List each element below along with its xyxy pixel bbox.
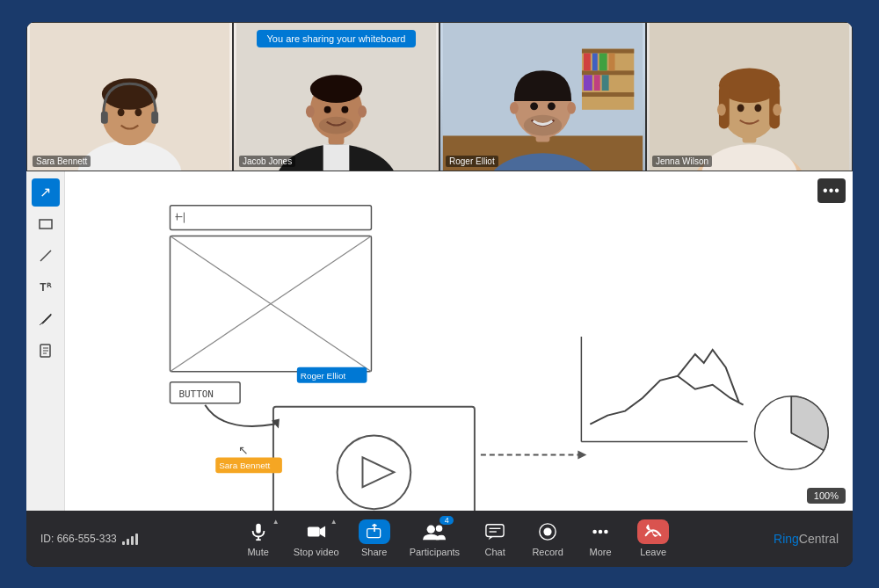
mute-chevron: ▲ xyxy=(272,518,280,526)
rect-icon xyxy=(39,217,53,231)
svg-point-50 xyxy=(773,103,781,115)
svg-rect-102 xyxy=(308,527,320,537)
svg-text:Sara Bennett: Sara Bennett xyxy=(219,461,270,470)
participant-video-3 xyxy=(440,23,645,171)
sharing-banner: You are sharing your whiteboard xyxy=(257,30,417,47)
participant-video-1 xyxy=(27,23,232,171)
signal-icon xyxy=(122,533,138,545)
participant-name-3: Roger Elliot xyxy=(446,156,498,167)
svg-point-17 xyxy=(324,105,331,113)
svg-point-19 xyxy=(319,116,354,134)
record-button[interactable]: Record xyxy=(523,516,572,561)
svg-point-18 xyxy=(341,105,348,113)
participants-strip: Sara Bennett xyxy=(26,22,853,171)
svg-rect-30 xyxy=(594,75,600,91)
svg-rect-99 xyxy=(256,524,261,534)
svg-point-107 xyxy=(436,526,442,532)
stop-video-button[interactable]: ▲ Stop video xyxy=(287,516,346,561)
leave-label: Leave xyxy=(640,547,666,557)
share-button[interactable]: Share xyxy=(350,516,399,561)
svg-rect-29 xyxy=(584,75,592,91)
chat-icon xyxy=(485,523,505,541)
svg-point-113 xyxy=(592,530,597,534)
participant-name-4: Jenna Wilson xyxy=(652,156,712,167)
more-dots: ••• xyxy=(823,183,840,199)
svg-rect-22 xyxy=(582,48,634,53)
whiteboard-svg: Roger Elliot BUTTON Sara Bennett xyxy=(65,171,853,511)
share-icon-wrap xyxy=(359,519,390,544)
svg-text:↖: ↖ xyxy=(238,443,249,457)
tool-text[interactable]: Tᴿ xyxy=(32,273,60,301)
more-options-button[interactable]: ••• xyxy=(817,178,846,203)
tool-rect[interactable] xyxy=(32,210,60,238)
doc-icon xyxy=(39,344,53,358)
svg-rect-28 xyxy=(609,53,615,70)
participants-button[interactable]: 4 Participants xyxy=(403,516,467,561)
svg-marker-103 xyxy=(319,526,324,538)
tool-select[interactable]: ↗ xyxy=(32,178,60,207)
participant-tile-4: Jenna Wilson xyxy=(646,22,853,171)
svg-line-54 xyxy=(40,250,51,261)
participant-video-4 xyxy=(647,23,852,171)
svg-point-49 xyxy=(717,103,726,115)
svg-point-39 xyxy=(548,102,556,110)
share-icon xyxy=(366,523,383,541)
svg-rect-23 xyxy=(582,70,634,75)
svg-rect-60 xyxy=(170,205,371,229)
svg-rect-25 xyxy=(584,53,591,70)
more-button[interactable]: More xyxy=(576,516,625,561)
bottom-controls: ▲ Mute ▲ Stop video xyxy=(138,516,774,561)
more-label: More xyxy=(590,547,612,557)
svg-point-52 xyxy=(754,104,761,112)
chat-icon-wrap xyxy=(479,519,511,544)
svg-text:Roger Elliot: Roger Elliot xyxy=(301,370,346,380)
svg-line-55 xyxy=(40,323,41,325)
svg-rect-27 xyxy=(599,53,607,70)
participant-tile-1: Sara Bennett xyxy=(26,22,233,171)
meeting-id-section: ID: 666-555-333 xyxy=(40,533,138,545)
pen-icon xyxy=(39,312,53,326)
mute-button[interactable]: ▲ Mute xyxy=(234,516,283,561)
svg-point-16 xyxy=(358,105,367,117)
bottom-bar: ID: 666-555-333 ▲ xyxy=(26,511,853,567)
svg-rect-5 xyxy=(101,111,108,123)
svg-rect-11 xyxy=(323,144,350,171)
video-icon xyxy=(307,524,326,540)
svg-marker-73 xyxy=(362,457,394,487)
tool-line[interactable] xyxy=(32,242,60,270)
whiteboard[interactable]: ••• 100% Roger Elliot xyxy=(65,171,853,511)
brand-ring: Ring xyxy=(774,532,799,546)
participant-name-1: Sara Bennett xyxy=(33,156,91,167)
record-icon-wrap xyxy=(532,519,563,544)
svg-rect-31 xyxy=(602,75,609,91)
tool-pen[interactable] xyxy=(32,305,60,333)
svg-point-15 xyxy=(306,105,315,117)
app-window: Sara Bennett xyxy=(26,22,853,567)
participants-label: Participants xyxy=(410,547,460,557)
video-chevron: ▲ xyxy=(331,518,338,526)
participant-name-2: Jacob Jones xyxy=(239,156,295,167)
chat-button[interactable]: Chat xyxy=(470,516,519,561)
svg-point-40 xyxy=(524,114,562,135)
main-area: ↗ Tᴿ xyxy=(26,171,853,511)
tool-doc[interactable] xyxy=(32,337,60,365)
chat-label: Chat xyxy=(485,547,505,557)
meeting-id-text: ID: 666-555-333 xyxy=(40,533,117,545)
participants-icon-wrap: 4 xyxy=(418,519,450,544)
signal-bar-1 xyxy=(122,541,125,545)
leave-button[interactable]: Leave xyxy=(628,516,678,561)
svg-rect-6 xyxy=(151,111,158,123)
people-icon xyxy=(423,523,446,541)
signal-bar-2 xyxy=(127,539,129,545)
mute-label: Mute xyxy=(247,547,268,557)
svg-text:BUTTON: BUTTON xyxy=(178,388,214,399)
mute-icon-wrap: ▲ xyxy=(243,519,274,544)
leave-icon-wrap xyxy=(637,519,669,544)
record-label: Record xyxy=(532,547,563,557)
svg-point-115 xyxy=(604,530,608,534)
svg-point-14 xyxy=(310,75,362,103)
toolbar: ↗ Tᴿ xyxy=(26,171,65,511)
svg-rect-104 xyxy=(367,529,380,538)
line-icon xyxy=(39,249,53,263)
more-icon-wrap xyxy=(585,519,616,544)
